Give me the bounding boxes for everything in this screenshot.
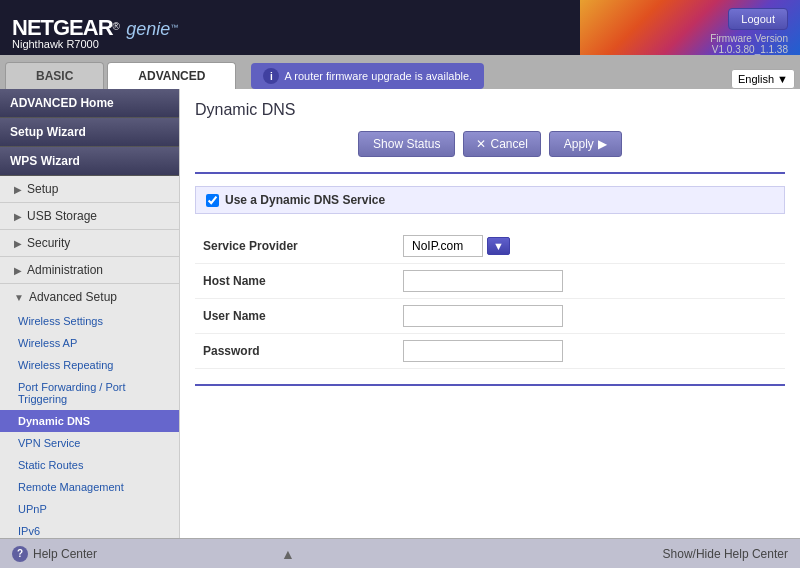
table-row: Password <box>195 334 785 369</box>
firmware-area: Logout Firmware Version V1.0.3.80_1.1.38 <box>710 8 788 55</box>
sidebar-group-security: ▶ Security <box>0 230 179 257</box>
host-name-label: Host Name <box>195 264 395 299</box>
sidebar-group-usb: ▶ USB Storage <box>0 203 179 230</box>
help-center[interactable]: ? Help Center <box>12 546 97 562</box>
service-provider-value: NoIP.com ▼ <box>395 229 785 264</box>
tab-advanced[interactable]: ADVANCED <box>107 62 236 89</box>
bottom-divider <box>195 384 785 386</box>
tab-basic[interactable]: BASIC <box>5 62 104 89</box>
sidebar-subitem-wireless-ap[interactable]: Wireless AP <box>0 332 179 354</box>
show-hide-help-button[interactable]: Show/Hide Help Center <box>663 547 788 561</box>
password-input[interactable] <box>403 340 563 362</box>
sidebar-item-setup[interactable]: ▶ Setup <box>0 176 179 202</box>
provider-dropdown-button[interactable]: ▼ <box>487 237 510 255</box>
sidebar-subitem-wireless-settings[interactable]: Wireless Settings <box>0 310 179 332</box>
logout-button[interactable]: Logout <box>728 8 788 30</box>
sidebar-item-security[interactable]: ▶ Security <box>0 230 179 256</box>
password-value <box>395 334 785 369</box>
sidebar-subitem-ipv6[interactable]: IPv6 <box>0 520 179 538</box>
sidebar-btn-advanced-home[interactable]: ADVANCED Home <box>0 89 179 118</box>
use-ddns-checkbox[interactable] <box>206 194 219 207</box>
user-name-label: User Name <box>195 299 395 334</box>
sidebar-subitem-remote-management[interactable]: Remote Management <box>0 476 179 498</box>
table-row: Host Name <box>195 264 785 299</box>
arrow-icon: ▶ <box>14 184 22 195</box>
use-ddns-row: Use a Dynamic DNS Service <box>195 186 785 214</box>
provider-display: NoIP.com <box>403 235 483 257</box>
header: NETGEAR® genie™ Nighthawk R7000 Logout F… <box>0 0 800 55</box>
sidebar-subitem-port-forwarding[interactable]: Port Forwarding / Port Triggering <box>0 376 179 410</box>
host-name-input[interactable] <box>403 270 563 292</box>
action-buttons: Show Status ✕ Cancel Apply ▶ <box>195 131 785 157</box>
provider-select-group: NoIP.com ▼ <box>403 235 777 257</box>
logo-area: NETGEAR® genie™ <box>0 15 190 41</box>
firmware-notice: i A router firmware upgrade is available… <box>251 63 484 89</box>
table-row: Service Provider NoIP.com ▼ <box>195 229 785 264</box>
product-name: genie <box>126 19 170 39</box>
sidebar-subitem-upnp[interactable]: UPnP <box>0 498 179 520</box>
service-provider-label: Service Provider <box>195 229 395 264</box>
x-icon: ✕ <box>476 137 486 151</box>
arrow-icon: ▶ <box>14 238 22 249</box>
arrow-icon: ▶ <box>14 211 22 222</box>
content-area: Dynamic DNS Show Status ✕ Cancel Apply ▶… <box>180 89 800 538</box>
chevron-down-icon: ▼ <box>777 73 788 85</box>
cancel-label: Cancel <box>490 137 527 151</box>
help-arrow-icon: ▲ <box>281 546 295 562</box>
use-ddns-label: Use a Dynamic DNS Service <box>225 193 385 207</box>
brand-name: NETGEAR <box>12 15 113 40</box>
arrow-down-icon: ▼ <box>14 292 24 303</box>
sidebar-group-administration: ▶ Administration <box>0 257 179 284</box>
help-center-label: Help Center <box>33 547 97 561</box>
sidebar-subitem-dynamic-dns[interactable]: Dynamic DNS <box>0 410 179 432</box>
table-row: User Name <box>195 299 785 334</box>
sidebar-subitem-static-routes[interactable]: Static Routes <box>0 454 179 476</box>
help-icon: ? <box>12 546 28 562</box>
sidebar-subitem-vpn-service[interactable]: VPN Service <box>0 432 179 454</box>
sidebar-item-advanced-setup[interactable]: ▼ Advanced Setup <box>0 284 179 310</box>
sidebar-group-advanced-setup: ▼ Advanced Setup Wireless Settings Wirel… <box>0 284 179 538</box>
cancel-button[interactable]: ✕ Cancel <box>463 131 540 157</box>
main-layout: ADVANCED Home Setup Wizard WPS Wizard ▶ … <box>0 89 800 538</box>
firmware-info: Firmware Version V1.0.3.80_1.1.38 <box>710 33 788 55</box>
apply-label: Apply <box>564 137 594 151</box>
sidebar-btn-setup-wizard[interactable]: Setup Wizard <box>0 118 179 147</box>
info-icon: i <box>263 68 279 84</box>
nav-tabs: BASIC ADVANCED i A router firmware upgra… <box>0 55 800 89</box>
apply-button[interactable]: Apply ▶ <box>549 131 622 157</box>
sidebar-item-administration[interactable]: ▶ Administration <box>0 257 179 283</box>
show-status-button[interactable]: Show Status <box>358 131 455 157</box>
top-divider <box>195 172 785 174</box>
page-title: Dynamic DNS <box>195 101 785 119</box>
footer: ? Help Center ▲ Show/Hide Help Center <box>0 538 800 568</box>
password-label: Password <box>195 334 395 369</box>
sidebar-group-setup: ▶ Setup <box>0 176 179 203</box>
language-select[interactable]: English ▼ <box>731 69 795 89</box>
arrow-right-icon: ▶ <box>598 137 607 151</box>
host-name-value <box>395 264 785 299</box>
sidebar-item-usb-storage[interactable]: ▶ USB Storage <box>0 203 179 229</box>
sidebar-btn-wps-wizard[interactable]: WPS Wizard <box>0 147 179 176</box>
sidebar: ADVANCED Home Setup Wizard WPS Wizard ▶ … <box>0 89 180 538</box>
user-name-value <box>395 299 785 334</box>
arrow-icon: ▶ <box>14 265 22 276</box>
dns-form-table: Service Provider NoIP.com ▼ Host Name Us… <box>195 229 785 369</box>
sidebar-subitem-wireless-repeating[interactable]: Wireless Repeating <box>0 354 179 376</box>
user-name-input[interactable] <box>403 305 563 327</box>
